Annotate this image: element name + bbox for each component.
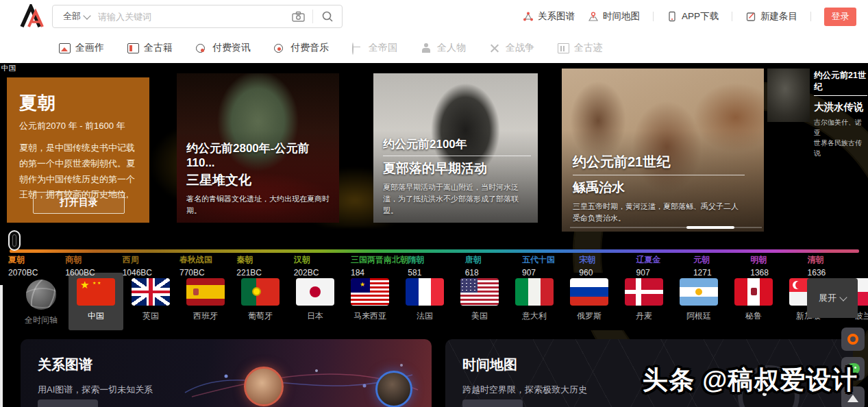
country-denmark[interactable]: 丹麦 (617, 273, 671, 330)
event-era: 约公元前2800年-公元前110... (186, 140, 332, 170)
country-label: 秘鲁 (726, 310, 781, 322)
country-china[interactable]: 中国 (69, 273, 123, 330)
promo-subtitle: 用AI图谱，探索一切未知关系 (38, 384, 432, 396)
expand-label: 展开 (819, 292, 836, 304)
header-bar: 全部 (0, 0, 868, 33)
nav-time-map-label: 时间地图 (603, 10, 640, 23)
open-catalog-button[interactable]: 打开目录 (33, 192, 125, 214)
promo-action-button[interactable] (38, 399, 98, 407)
search-button[interactable] (313, 5, 342, 27)
category-all-people[interactable]: 全人物 (421, 42, 466, 54)
country-all-timelines[interactable]: 全时间轴 (14, 273, 69, 330)
dynasty-title: 夏朝 (19, 91, 137, 115)
hero-carousel: 中国 夏朝 公元前2070 年 - 前1600 年 夏朝，是中国传统史书中记载的… (0, 63, 868, 230)
search-bar: 全部 (52, 5, 343, 28)
audio-news-icon (196, 43, 208, 53)
category-all-wars[interactable]: 全战争 (489, 42, 534, 54)
promo-title: 关系图谱 (38, 356, 432, 374)
login-button[interactable]: 登录 (824, 8, 856, 26)
era-qing[interactable]: 清朝1636 (808, 254, 865, 278)
search-input[interactable] (97, 11, 284, 23)
promo-action-button[interactable] (462, 399, 523, 407)
globe-icon (26, 280, 56, 310)
event-card-great-flood-thumbnail[interactable] (767, 69, 810, 122)
country-malaysia[interactable]: 马来西亚 (343, 273, 397, 330)
country-uk[interactable]: 英国 (123, 273, 178, 330)
uk-flag (132, 278, 170, 306)
country-usa[interactable]: 美国 (452, 273, 507, 330)
event-description: 吉尔伽美什、诺亚 世界各民族古传说 (814, 117, 867, 158)
country-label: 美国 (452, 310, 507, 322)
divider-line (383, 156, 531, 156)
timeline-slider-handle[interactable] (8, 230, 21, 251)
event-card-flood-control[interactable]: 约公元前21世纪 鲧禹治水 三皇五帝时期，黄河泛滥，夏部落鲧、禹父子二人受命负责… (562, 69, 764, 232)
search-icon (321, 10, 334, 23)
era-spring-autumn[interactable]: 春秋战国770BC (179, 254, 236, 278)
relation-graph-promo-card[interactable]: 关系图谱 用AI图谱，探索一切未知关系 (21, 339, 432, 407)
category-label: 全古籍 (144, 42, 173, 54)
era-song[interactable]: 宋朝960 (579, 254, 636, 278)
era-tang[interactable]: 唐朝618 (465, 254, 522, 278)
nav-new-entry[interactable]: 新建条目 (745, 10, 797, 23)
nav-time-map[interactable]: 时间地图 (588, 10, 640, 23)
event-card-sanxingdui[interactable]: 约公元前2800年-公元前110... 三星堆文化 著名的青铜器文化遗址，大约出… (177, 73, 339, 223)
dynasty-era: 公元前2070 年 - 前1600 年 (19, 120, 137, 132)
usa-flag (460, 278, 499, 306)
category-paid-music[interactable]: 付费音乐 (274, 42, 329, 54)
chevron-down-icon (839, 293, 847, 301)
country-portugal[interactable]: 葡萄牙 (233, 273, 288, 330)
nav-app-download[interactable]: APP下载 (667, 10, 719, 23)
era-three-kingdoms[interactable]: 三国两晋南北朝184 (351, 254, 408, 278)
chevron-down-icon (83, 12, 90, 19)
era-western-zhou[interactable]: 西周1046BC (123, 254, 179, 278)
country-label: 日本 (288, 310, 343, 322)
expand-countries-button[interactable]: 展开 (807, 278, 858, 318)
era-five-dynasties[interactable]: 五代十国907 (522, 254, 579, 278)
era-yuan[interactable]: 元朝1271 (693, 254, 750, 278)
event-card-great-flood[interactable]: 约公元前21世纪 大洪水传说 吉尔伽美什、诺亚 世界各民族古传说 (814, 70, 867, 158)
category-all-sites[interactable]: 全古迹 (558, 42, 603, 54)
china-flag (77, 278, 115, 306)
carousel-scrollbar-thumb[interactable] (686, 226, 734, 229)
event-era: 约公元前21世纪 (814, 70, 867, 96)
share-toutiao-button[interactable] (841, 328, 865, 351)
event-card-xia-tribe[interactable]: 约公元前2100年 夏部落的早期活动 夏部落早期活动于嵩山附近，当时河水泛滥，为… (373, 73, 538, 223)
country-italy[interactable]: 意大利 (507, 273, 562, 330)
era-liao-xia-jin[interactable]: 辽夏金907 (636, 254, 693, 278)
country-france[interactable]: 法国 (397, 273, 452, 330)
era-han[interactable]: 汉朝202BC (294, 254, 351, 278)
category-paid-news[interactable]: 付费资讯 (196, 42, 251, 54)
era-shang[interactable]: 商朝1600BC (65, 254, 122, 278)
share-icon (847, 334, 858, 345)
country-argentina[interactable]: 阿根廷 (671, 273, 726, 330)
category-label: 全战争 (506, 42, 534, 54)
event-description: 三皇五帝时期，黄河泛滥，夏部落鲧、禹父子二人受命负责治水。 (573, 201, 745, 224)
category-bar: 全画作 全古籍 付费资讯 付费音乐 全帝国 全人物 全战争 全古迹 (0, 33, 868, 63)
category-all-empires[interactable]: 全帝国 (352, 42, 397, 54)
category-all-paintings[interactable]: 全画作 (59, 42, 104, 54)
era-sui[interactable]: 隋朝581 (408, 254, 464, 278)
search-category-dropdown[interactable]: 全部 (53, 10, 97, 23)
country-spain[interactable]: 西班牙 (178, 273, 233, 330)
nav-relation-graph[interactable]: 关系图谱 (523, 10, 575, 23)
edit-icon (745, 11, 756, 22)
country-russia[interactable]: 俄罗斯 (562, 273, 617, 330)
country-peru[interactable]: 秘鲁 (726, 273, 781, 330)
watermark-text: 头条 @稿叔爱设计 (643, 363, 858, 397)
event-description: 夏部落早期活动于嵩山附近，当时河水泛滥，为了抵抗洪水不少部落形成了部落联盟。 (383, 182, 531, 217)
era-xia[interactable]: 夏朝2070BC (8, 254, 65, 278)
dynasty-card-xia[interactable]: 夏朝 公元前2070 年 - 前1600 年 夏朝，是中国传统史书中记载的第一个… (7, 77, 149, 223)
site-logo[interactable] (19, 4, 47, 29)
era-ming[interactable]: 明朝1368 (750, 254, 807, 278)
event-title: 三星堆文化 (186, 171, 332, 189)
country-label: 西班牙 (178, 310, 233, 322)
country-japan[interactable]: 日本 (288, 273, 343, 330)
era-color-bar[interactable] (10, 249, 859, 253)
spain-flag (186, 278, 225, 306)
divider-line (573, 175, 745, 175)
image-search-button[interactable] (284, 5, 312, 27)
era-qin[interactable]: 秦朝221BC (236, 254, 293, 278)
category-ancient-books[interactable]: 全古籍 (127, 42, 173, 54)
region-label: 中国 (1, 64, 16, 73)
country-label: 英国 (123, 310, 178, 322)
